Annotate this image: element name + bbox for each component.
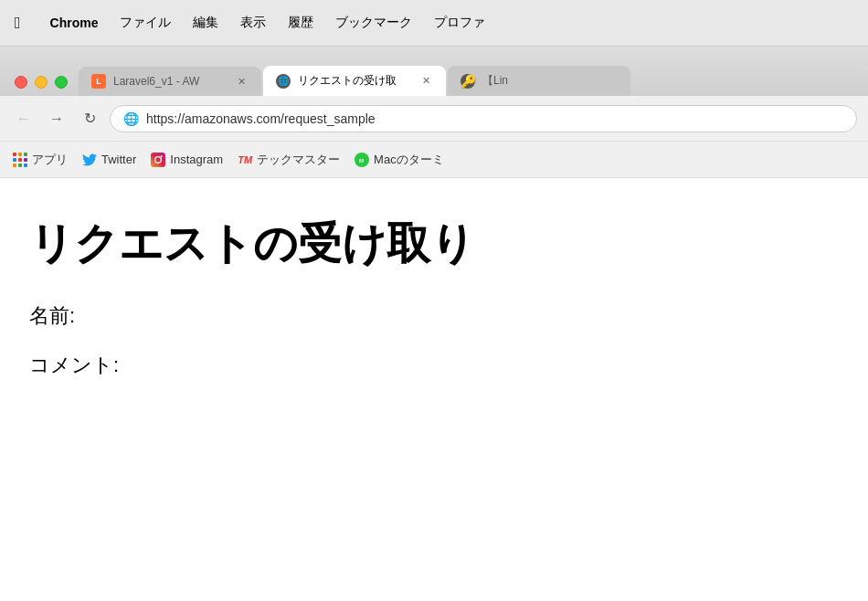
bookmark-mac-terminal[interactable]: M Macのターミ <box>355 152 444 168</box>
svg-text:M: M <box>359 158 364 163</box>
bookmark-twitter[interactable]: Twitter <box>82 153 136 167</box>
svg-rect-0 <box>151 153 165 167</box>
addressbar: ← → ↻ 🌐 https://amazonaws.com/request_sa… <box>0 96 868 142</box>
menubar-edit[interactable]: 編集 <box>193 15 218 31</box>
bookmark-instagram-label: Instagram <box>170 153 223 166</box>
url-text: https://amazonaws.com/request_sample <box>146 111 843 126</box>
close-button[interactable] <box>15 76 27 89</box>
menubar-view[interactable]: 表示 <box>240 15 266 31</box>
tab-lin-title: 【Lin <box>482 73 618 89</box>
tab-laravel-title: Laravel6_v1 - AW <box>113 75 227 88</box>
minimize-button[interactable] <box>35 76 48 89</box>
techmaster-icon: TM <box>238 153 252 167</box>
tab-request-title: リクエストの受け取 <box>298 73 411 89</box>
field-name: 名前: <box>29 302 839 330</box>
globe-icon: 🌐 <box>276 74 291 89</box>
bookmark-apps-label: アプリ <box>32 152 68 168</box>
page-title: リクエストの受け取り <box>29 215 839 273</box>
menubar-history[interactable]: 履歴 <box>288 15 313 31</box>
menubar-bookmarks[interactable]: ブックマーク <box>335 15 412 31</box>
forward-button[interactable]: → <box>44 106 69 132</box>
menubar-chrome[interactable]: Chrome <box>50 16 99 30</box>
menubar-profile[interactable]: プロファ <box>434 15 485 31</box>
field-comment: コメント: <box>29 352 839 379</box>
browser-window: L Laravel6_v1 - AW ✕ 🌐 リクエストの受け取 ✕ 🔑 【Li… <box>0 47 868 438</box>
bookmark-apps[interactable]: アプリ <box>13 152 68 168</box>
url-bar[interactable]: 🌐 https://amazonaws.com/request_sample <box>110 105 857 132</box>
bookmark-twitter-label: Twitter <box>101 153 136 166</box>
menubar-file[interactable]: ファイル <box>120 15 171 31</box>
apps-grid-icon <box>13 153 27 167</box>
svg-point-2 <box>161 155 163 157</box>
mac-terminal-icon: M <box>355 153 369 167</box>
maximize-button[interactable] <box>55 76 68 89</box>
tab-request-close[interactable]: ✕ <box>418 74 433 89</box>
page-content: リクエストの受け取り 名前: コメント: <box>0 178 868 438</box>
laravel-icon: L <box>91 74 106 89</box>
tab-request[interactable]: 🌐 リクエストの受け取 ✕ <box>263 66 446 96</box>
tab-laravel[interactable]: L Laravel6_v1 - AW ✕ <box>79 67 261 96</box>
bookmark-techmaster[interactable]: TM テックマスター <box>238 152 340 168</box>
security-icon: 🌐 <box>123 111 139 126</box>
tab-laravel-close[interactable]: ✕ <box>234 74 249 89</box>
instagram-icon <box>151 153 165 167</box>
key-icon: 🔑 <box>460 74 475 89</box>
bookmark-instagram[interactable]: Instagram <box>151 153 223 167</box>
reload-button[interactable]: ↻ <box>77 106 102 132</box>
menubar:  Chrome ファイル 編集 表示 履歴 ブックマーク プロファ <box>0 0 868 47</box>
apple-menu[interactable]:  <box>15 14 21 33</box>
bookmark-mac-label: Macのターミ <box>374 152 444 168</box>
traffic-lights <box>7 76 77 96</box>
tab-lin[interactable]: 🔑 【Lin <box>448 66 630 96</box>
twitter-icon <box>82 153 97 167</box>
bookmark-techmaster-label: テックマスター <box>257 152 340 168</box>
tabbar: L Laravel6_v1 - AW ✕ 🌐 リクエストの受け取 ✕ 🔑 【Li… <box>0 47 868 96</box>
bookmarks-bar: アプリ Twitter <box>0 142 868 178</box>
back-button[interactable]: ← <box>11 106 37 132</box>
